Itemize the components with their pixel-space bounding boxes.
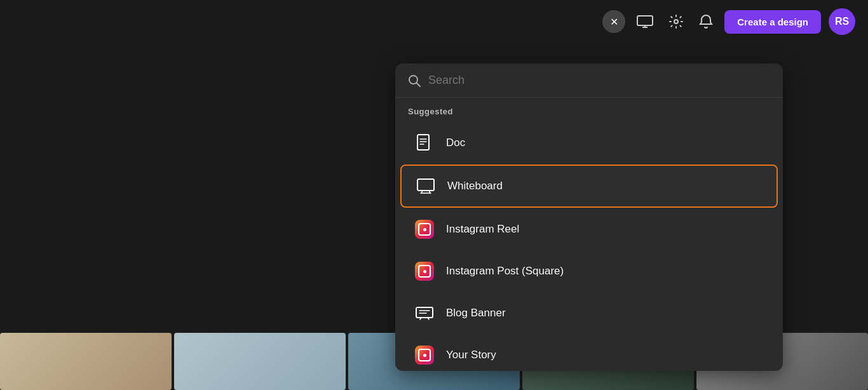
topbar: ✕ Create a design RS	[0, 0, 868, 43]
section-label-suggested: Suggested	[395, 98, 783, 121]
search-close-button[interactable]: ✕	[602, 10, 625, 33]
menu-item-your-story[interactable]: Your Story	[400, 335, 778, 371]
dropdown-body: Suggested Doc	[395, 98, 783, 371]
notifications-icon[interactable]	[695, 10, 717, 33]
search-icon	[408, 74, 421, 87]
close-icon: ✕	[610, 16, 618, 28]
menu-item-label-instagram-post: Instagram Post (Square)	[446, 265, 564, 278]
instagram-post-icon	[413, 260, 436, 283]
menu-item-doc[interactable]: Doc	[400, 123, 778, 163]
menu-item-label-your-story: Your Story	[446, 349, 496, 361]
thumbnail-2	[174, 333, 346, 390]
menu-item-label-blog-banner: Blog Banner	[446, 307, 506, 319]
menu-item-whiteboard[interactable]: Whiteboard	[400, 165, 778, 208]
your-story-icon	[413, 344, 436, 366]
svg-rect-0	[637, 16, 653, 25]
avatar[interactable]: RS	[829, 8, 855, 35]
svg-line-5	[417, 83, 421, 86]
search-input[interactable]	[428, 74, 770, 87]
menu-item-instagram-post[interactable]: Instagram Post (Square)	[400, 251, 778, 292]
instagram-reel-icon	[413, 218, 436, 241]
search-dropdown: Suggested Doc	[395, 64, 783, 371]
create-design-button[interactable]: Create a design	[724, 10, 821, 34]
svg-point-3	[674, 20, 678, 24]
search-bar	[395, 64, 783, 98]
thumbnail-1	[0, 333, 172, 390]
menu-item-instagram-reel[interactable]: Instagram Reel	[400, 209, 778, 250]
settings-icon[interactable]	[665, 10, 688, 33]
menu-item-label-instagram-reel: Instagram Reel	[446, 223, 519, 236]
monitor-icon[interactable]	[633, 11, 657, 32]
svg-rect-10	[417, 179, 434, 191]
blog-banner-icon	[413, 302, 436, 325]
menu-item-label-whiteboard: Whiteboard	[447, 180, 503, 192]
whiteboard-icon	[414, 175, 437, 198]
svg-rect-6	[417, 135, 429, 150]
doc-icon	[413, 131, 436, 154]
menu-item-label-doc: Doc	[446, 137, 465, 149]
svg-rect-14	[416, 307, 433, 318]
menu-item-blog-banner[interactable]: Blog Banner	[400, 293, 778, 333]
